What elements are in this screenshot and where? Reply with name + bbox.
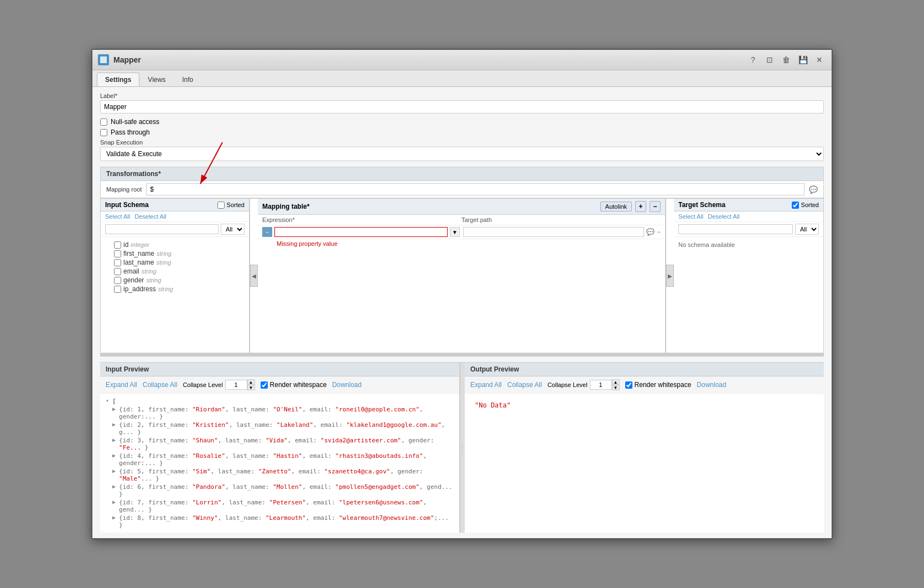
input-schema-sorted: Sorted bbox=[217, 202, 245, 209]
list-item: email string bbox=[105, 267, 245, 276]
target-schema-filter-row: All bbox=[674, 222, 823, 237]
output-download-link[interactable]: Download bbox=[697, 381, 726, 389]
main-window: Mapper ? ⊡ 🗑 💾 ✕ Settings Views Info Lab… bbox=[91, 49, 833, 539]
collapse-level-down[interactable]: ▼ bbox=[247, 385, 255, 390]
snap-execution-select[interactable]: Validate & Execute Execute only Disabled bbox=[100, 147, 824, 161]
list-item: ▶ {id: 2, first_name: "Kristien", last_n… bbox=[106, 421, 454, 436]
snap-execution-label: Snap Execution bbox=[100, 139, 824, 146]
expand-icon[interactable]: ▶ bbox=[112, 437, 116, 443]
input-sorted-checkbox[interactable] bbox=[217, 202, 225, 209]
collapse-level-input[interactable] bbox=[225, 380, 247, 390]
target-remove-icon[interactable]: − bbox=[657, 228, 661, 236]
output-collapse-level-up[interactable]: ▲ bbox=[612, 379, 620, 385]
list-item: first_name string bbox=[105, 249, 245, 258]
collapse-level-label: Collapse Level bbox=[183, 381, 222, 388]
expand-icon[interactable]: ▶ bbox=[112, 406, 116, 412]
input-schema-header: Input Schema Sorted bbox=[101, 199, 249, 212]
target-path-input[interactable] bbox=[463, 227, 644, 237]
collapse-left-handle[interactable]: ◀ bbox=[250, 265, 258, 287]
render-whitespace-group: Render whitespace bbox=[261, 381, 327, 389]
input-select-all[interactable]: Select All bbox=[105, 213, 130, 220]
expression-dropdown-button[interactable]: ▼ bbox=[450, 227, 460, 237]
tab-settings[interactable]: Settings bbox=[97, 73, 139, 86]
target-select-all[interactable]: Select All bbox=[678, 213, 703, 220]
list-item: ▶ {id: 7, first_name: "Lorrin", last_nam… bbox=[106, 498, 454, 514]
input-deselect-all[interactable]: Deselect All bbox=[134, 213, 166, 220]
expand-icon[interactable]: ▶ bbox=[112, 421, 116, 427]
label-input[interactable] bbox=[100, 100, 824, 114]
pass-through-row: Pass through bbox=[100, 128, 824, 136]
no-schema-message: No schema available bbox=[674, 237, 823, 252]
screenshot-button[interactable]: ⊡ bbox=[763, 53, 776, 66]
input-expand-all[interactable]: Expand All bbox=[106, 381, 137, 389]
autolink-button[interactable]: Autolink bbox=[600, 202, 632, 212]
add-mapping-button[interactable]: + bbox=[635, 201, 646, 212]
input-download-link[interactable]: Download bbox=[332, 381, 361, 389]
list-item: ip_address string bbox=[105, 285, 245, 293]
input-preview-content: ▾ [ ▶ {id: 1, first_name: "Riordan", las… bbox=[100, 394, 459, 533]
save-button[interactable]: 💾 bbox=[796, 53, 809, 66]
close-button[interactable]: ✕ bbox=[813, 53, 826, 66]
label-field-label: Label* bbox=[100, 92, 824, 99]
mapping-col-headers: Expression* Target path bbox=[258, 215, 665, 225]
trash-button[interactable]: 🗑 bbox=[780, 53, 793, 66]
target-input-wrap: 💬 − bbox=[463, 227, 661, 237]
expression-input[interactable] bbox=[274, 227, 448, 237]
input-schema-tree: id integer first_name string last_name s… bbox=[101, 237, 249, 297]
collapse-level-group: Collapse Level ▲ ▼ bbox=[183, 379, 255, 390]
render-whitespace-checkbox[interactable] bbox=[261, 381, 268, 389]
expand-icon[interactable]: ▶ bbox=[112, 452, 116, 458]
field-checkbox-email[interactable] bbox=[114, 268, 121, 275]
input-schema-filter-select[interactable]: All bbox=[221, 224, 245, 235]
mapping-row-container: − ▼ 💬 − Missing property value bbox=[258, 225, 665, 249]
preview-resize-handle[interactable]: ⋮ bbox=[460, 363, 465, 533]
mapper-icon bbox=[98, 54, 109, 65]
input-collapse-all[interactable]: Collapse All bbox=[143, 381, 178, 389]
target-deselect-all[interactable]: Deselect All bbox=[708, 213, 739, 220]
help-button[interactable]: ? bbox=[746, 53, 760, 66]
target-sorted-checkbox[interactable] bbox=[792, 202, 799, 209]
target-schema-filter-select[interactable]: All bbox=[795, 224, 819, 235]
output-collapse-level-input[interactable] bbox=[590, 380, 612, 390]
target-schema-filter[interactable] bbox=[678, 224, 793, 234]
tab-bar: Settings Views Info bbox=[92, 70, 832, 87]
input-schema-filter-row: All bbox=[101, 222, 249, 237]
vertical-resize-handle[interactable] bbox=[100, 353, 824, 357]
output-expand-all[interactable]: Expand All bbox=[470, 381, 502, 389]
input-preview-header: Input Preview bbox=[100, 363, 459, 376]
mapping-root-input[interactable] bbox=[146, 183, 804, 195]
no-data-message: "No Data" bbox=[470, 397, 818, 414]
expand-icon[interactable]: ▾ bbox=[106, 398, 109, 404]
list-item: ▶ {id: 6, first_name: "Pandora", last_na… bbox=[106, 483, 454, 498]
expand-icon[interactable]: ▶ bbox=[112, 468, 116, 474]
input-schema-title: Input Schema bbox=[105, 201, 149, 209]
collapse-right-handle[interactable]: ▶ bbox=[666, 265, 674, 287]
mapping-root-label: Mapping root bbox=[106, 186, 142, 193]
pass-through-checkbox[interactable] bbox=[100, 129, 107, 136]
expand-icon[interactable]: ▶ bbox=[112, 499, 116, 505]
expand-icon[interactable]: ▶ bbox=[112, 483, 116, 489]
list-item: last_name string bbox=[105, 258, 245, 267]
expand-icon[interactable]: ▶ bbox=[112, 514, 116, 520]
input-preview-toolbar: Expand All Collapse All Collapse Level ▲… bbox=[100, 376, 459, 394]
output-render-whitespace-checkbox[interactable] bbox=[625, 381, 632, 389]
output-preview-header: Output Preview bbox=[465, 363, 824, 376]
field-checkbox-first-name[interactable] bbox=[114, 250, 121, 257]
field-checkbox-gender[interactable] bbox=[114, 277, 121, 284]
output-collapse-all[interactable]: Collapse All bbox=[507, 381, 542, 389]
tab-views[interactable]: Views bbox=[139, 73, 174, 86]
output-collapse-level-down[interactable]: ▼ bbox=[612, 385, 620, 390]
output-collapse-level-spinners: ▲ ▼ bbox=[612, 379, 620, 390]
remove-mapping-button[interactable]: − bbox=[650, 201, 661, 212]
tab-info[interactable]: Info bbox=[174, 73, 201, 86]
collapse-level-up[interactable]: ▲ bbox=[247, 379, 255, 385]
field-checkbox-id[interactable] bbox=[114, 241, 121, 249]
expression-toggle-button[interactable]: − bbox=[262, 227, 272, 237]
target-schema-header: Target Schema Sorted bbox=[674, 199, 823, 212]
null-safe-checkbox[interactable] bbox=[100, 118, 107, 126]
input-schema-filter[interactable] bbox=[105, 224, 219, 234]
null-safe-label: Null-safe access bbox=[111, 118, 159, 126]
list-item: ▶ {id: 4, first_name: "Rosalie", last_na… bbox=[106, 452, 454, 467]
field-checkbox-last-name[interactable] bbox=[114, 259, 121, 266]
field-checkbox-ip-address[interactable] bbox=[114, 286, 121, 293]
